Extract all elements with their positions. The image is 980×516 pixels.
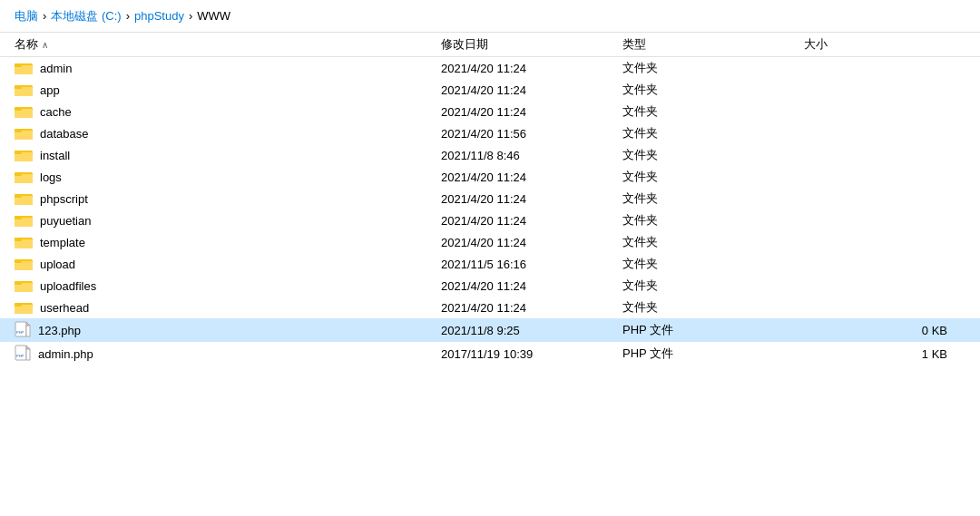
sort-arrow-icon: ∧ <box>42 40 48 50</box>
svg-text:PHP: PHP <box>16 330 24 335</box>
folder-icon <box>15 83 33 97</box>
file-name-cell: PHP admin.php <box>15 345 441 363</box>
svg-rect-26 <box>15 238 22 241</box>
table-row[interactable]: admin2021/4/20 11:24文件夹 <box>0 57 980 79</box>
file-name-label: cache <box>40 105 72 119</box>
file-date: 2021/4/20 11:24 <box>441 236 622 249</box>
file-date: 2021/11/8 9:25 <box>441 324 622 337</box>
file-name-label: admin.php <box>38 347 93 361</box>
table-row[interactable]: PHP 123.php2021/11/8 9:25PHP 文件0 KB <box>0 318 980 342</box>
breadcrumb-pc[interactable]: 电脑 <box>15 8 38 24</box>
file-size: 1 KB <box>804 347 965 361</box>
col-header-name[interactable]: 名称 ∧ <box>15 36 441 53</box>
svg-rect-20 <box>15 194 22 198</box>
file-name-cell: PHP 123.php <box>15 321 441 339</box>
table-row[interactable]: database2021/4/20 11:56文件夹 <box>0 122 980 144</box>
table-row[interactable]: upload2021/11/5 16:16文件夹 <box>0 253 980 275</box>
file-type: 文件夹 <box>622 103 804 120</box>
php-file-icon: PHP <box>15 345 31 363</box>
file-name-label: admin <box>40 62 72 75</box>
folder-icon <box>15 300 33 315</box>
table-row[interactable]: template2021/4/20 11:24文件夹 <box>0 231 980 253</box>
svg-marker-41 <box>26 346 30 349</box>
file-name-cell: admin <box>15 61 441 75</box>
table-row[interactable]: install2021/11/8 8:46文件夹 <box>0 144 980 166</box>
col-header-date[interactable]: 修改日期 <box>441 36 622 53</box>
svg-rect-23 <box>15 216 22 219</box>
col-header-type[interactable]: 类型 <box>622 36 804 53</box>
file-date: 2021/11/8 8:46 <box>441 149 622 162</box>
file-name-label: database <box>40 127 89 141</box>
file-name-cell: logs <box>15 170 441 184</box>
file-type: 文件夹 <box>622 256 804 272</box>
file-date: 2021/4/20 11:24 <box>441 62 622 75</box>
table-row[interactable]: app2021/4/20 11:24文件夹 <box>0 79 980 101</box>
breadcrumb-phpstudy[interactable]: phpStudy <box>134 9 184 23</box>
file-name-cell: database <box>15 126 441 141</box>
file-type: 文件夹 <box>622 234 804 250</box>
table-row[interactable]: cache2021/4/20 11:24文件夹 <box>0 101 980 122</box>
file-date: 2021/4/20 11:56 <box>441 127 622 141</box>
file-name-cell: app <box>15 83 441 97</box>
svg-rect-8 <box>15 107 22 111</box>
folder-icon <box>15 170 33 184</box>
file-date: 2021/4/20 11:24 <box>441 301 622 315</box>
file-date: 2021/4/20 11:24 <box>441 192 622 206</box>
svg-rect-2 <box>15 63 22 67</box>
file-name-cell: uploadfiles <box>15 278 441 293</box>
svg-rect-14 <box>15 151 22 154</box>
table-row[interactable]: userhead2021/4/20 11:24文件夹 <box>0 297 980 318</box>
folder-icon <box>15 235 33 249</box>
file-date: 2021/4/20 11:24 <box>441 170 622 184</box>
file-name-label: template <box>40 236 85 249</box>
svg-rect-5 <box>15 85 22 89</box>
file-date: 2021/4/20 11:24 <box>441 83 622 97</box>
file-name-label: app <box>40 83 60 97</box>
svg-rect-29 <box>15 259 22 263</box>
file-date: 2021/4/20 11:24 <box>441 279 622 293</box>
file-name-label: install <box>40 149 70 162</box>
svg-rect-35 <box>15 303 22 307</box>
file-name-cell: upload <box>15 257 441 271</box>
svg-rect-38 <box>26 326 30 336</box>
table-row[interactable]: puyuetian2021/4/20 11:24文件夹 <box>0 209 980 231</box>
file-type: 文件夹 <box>622 299 804 316</box>
file-name-label: uploadfiles <box>40 279 96 293</box>
table-row[interactable]: PHP admin.php2017/11/19 10:39PHP 文件1 KB <box>0 342 980 365</box>
svg-rect-32 <box>15 281 22 285</box>
table-row[interactable]: phpscript2021/4/20 11:24文件夹 <box>0 188 980 209</box>
svg-rect-42 <box>26 349 30 360</box>
table-header: 名称 ∧ 修改日期 类型 大小 <box>0 33 980 57</box>
file-name-label: logs <box>40 170 62 184</box>
file-type: 文件夹 <box>622 147 804 163</box>
breadcrumb-c[interactable]: 本地磁盘 (C:) <box>51 8 121 24</box>
breadcrumb-www: WWW <box>197 9 230 23</box>
file-type: PHP 文件 <box>622 322 804 338</box>
file-type: 文件夹 <box>622 190 804 207</box>
file-date: 2021/4/20 11:24 <box>441 214 622 228</box>
file-type: 文件夹 <box>622 60 804 76</box>
file-size: 0 KB <box>804 324 965 337</box>
file-name-label: userhead <box>40 301 89 315</box>
file-name-cell: userhead <box>15 300 441 315</box>
folder-icon <box>15 148 33 162</box>
folder-icon <box>15 126 33 141</box>
svg-text:PHP: PHP <box>16 354 24 358</box>
file-type: 文件夹 <box>622 212 804 229</box>
file-date: 2017/11/19 10:39 <box>441 347 622 361</box>
folder-icon <box>15 213 33 228</box>
svg-rect-11 <box>15 129 22 132</box>
folder-icon <box>15 61 33 75</box>
file-type: 文件夹 <box>622 82 804 98</box>
col-header-size[interactable]: 大小 <box>804 36 965 53</box>
file-name-label: phpscript <box>40 192 88 206</box>
breadcrumb: 电脑 › 本地磁盘 (C:) › phpStudy › WWW <box>0 0 980 33</box>
table-row[interactable]: logs2021/4/20 11:24文件夹 <box>0 166 980 188</box>
table-row[interactable]: uploadfiles2021/4/20 11:24文件夹 <box>0 275 980 297</box>
folder-icon <box>15 104 33 119</box>
file-name-cell: cache <box>15 104 441 119</box>
folder-icon <box>15 257 33 271</box>
file-date: 2021/4/20 11:24 <box>441 105 622 119</box>
file-name-cell: install <box>15 148 441 162</box>
file-date: 2021/11/5 16:16 <box>441 258 622 271</box>
